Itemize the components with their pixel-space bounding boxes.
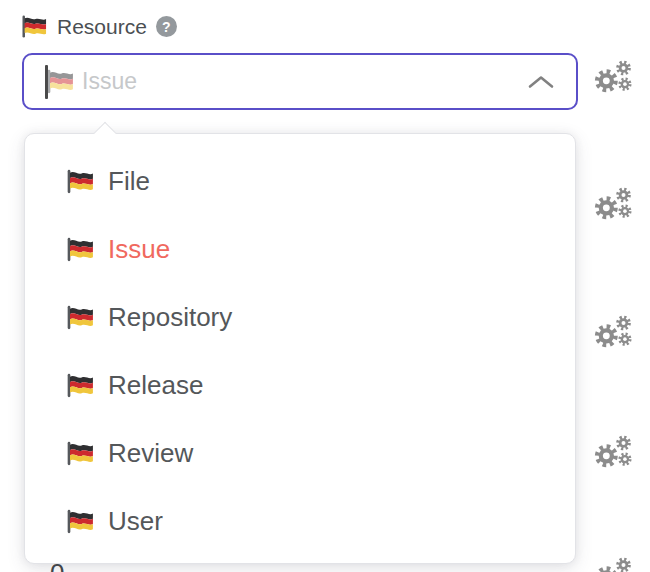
resource-form-section: Resource ? Issue 0 File Issue bbox=[0, 0, 650, 572]
option-release[interactable]: Release bbox=[25, 351, 575, 419]
field-label-row: Resource ? bbox=[20, 14, 177, 39]
field-label: Resource bbox=[57, 15, 147, 39]
options-list: File Issue Repository Release Review Use… bbox=[25, 134, 575, 565]
germany-flag-icon bbox=[20, 14, 48, 39]
germany-flag-icon bbox=[65, 236, 95, 263]
settings-gears-icon[interactable] bbox=[592, 56, 634, 98]
germany-flag-icon bbox=[65, 304, 95, 331]
option-review[interactable]: Review bbox=[25, 419, 575, 487]
germany-flag-icon bbox=[45, 68, 75, 95]
help-icon[interactable]: ? bbox=[156, 16, 177, 37]
germany-flag-icon bbox=[65, 440, 95, 467]
settings-gears-icon[interactable] bbox=[592, 311, 634, 353]
option-user[interactable]: User bbox=[25, 487, 575, 555]
resource-combobox[interactable]: Issue bbox=[22, 53, 578, 110]
combobox-placeholder: Issue bbox=[82, 68, 137, 95]
germany-flag-icon bbox=[65, 372, 95, 399]
settings-gears-icon[interactable] bbox=[592, 431, 634, 473]
option-label: File bbox=[108, 166, 150, 197]
dropdown-menu: File Issue Repository Release Review Use… bbox=[24, 133, 576, 564]
germany-flag-icon bbox=[65, 168, 95, 195]
option-label: Review bbox=[108, 438, 193, 469]
germany-flag-icon bbox=[65, 508, 95, 535]
option-label: Repository bbox=[108, 302, 232, 333]
option-label: Issue bbox=[108, 234, 170, 265]
settings-gears-icon[interactable] bbox=[592, 553, 634, 572]
option-repository[interactable]: Repository bbox=[25, 283, 575, 351]
option-label: User bbox=[108, 506, 163, 537]
option-issue[interactable]: Issue bbox=[25, 215, 575, 283]
option-label: Release bbox=[108, 370, 203, 401]
settings-gears-icon[interactable] bbox=[592, 183, 634, 225]
chevron-up-icon[interactable] bbox=[527, 75, 555, 89]
option-file[interactable]: File bbox=[25, 147, 575, 215]
